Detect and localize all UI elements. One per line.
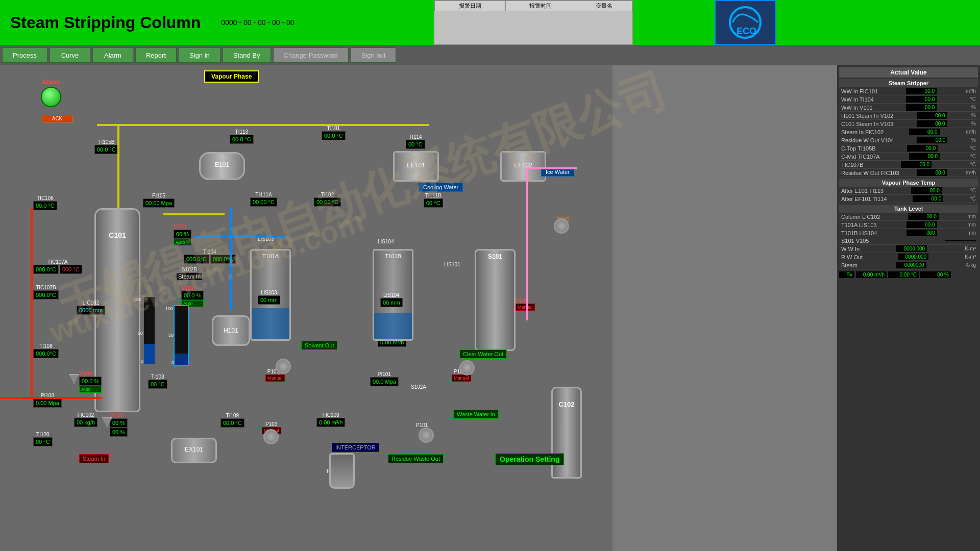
v101-group: V101 00 % Auto: [174, 223, 191, 246]
lis104-label: LIS104: [378, 239, 394, 244]
steam-in-bottom-label: Steam In: [79, 454, 109, 463]
p103-label: P103: [262, 421, 281, 427]
p103-pump: [263, 429, 279, 444]
v104-group: V104 00 % 00 %: [110, 412, 128, 437]
v103-mode[interactable]: Auto: [79, 386, 102, 393]
ti109-value: 00.0 °C: [220, 418, 244, 428]
pv-temp: 0.00 °C: [888, 271, 919, 278]
h101-label: H101: [213, 327, 249, 334]
v101-mode[interactable]: Auto: [174, 239, 191, 246]
v105-mode[interactable]: Manual: [516, 304, 535, 311]
fic103-group: FIC103 0.00 m³/h: [316, 412, 345, 427]
lis101-group: LIS101: [444, 262, 460, 267]
operation-setting-label: Operation Setting: [495, 453, 564, 465]
alarm-var-col: 变量名: [576, 1, 632, 11]
ti108-label: TI108: [33, 343, 59, 349]
lic102-label: LIC102: [77, 300, 105, 306]
lic102-gauge: 100 50 0: [174, 305, 189, 366]
nav-signin[interactable]: Sign in: [179, 47, 220, 63]
panel-row-fic101: WW In FIC101 00.0 m³/h: [839, 87, 978, 95]
panel-title: Actual Value: [839, 67, 978, 78]
p102b-mode[interactable]: Manual: [452, 374, 471, 382]
pipe-blue-v1: [230, 208, 232, 310]
steam-in-tag: Steam In: [176, 272, 203, 281]
ti104-value: 000.0°C: [184, 255, 209, 264]
v104-pct2: 00 %: [110, 428, 128, 437]
nav-changepwd[interactable]: Change Password: [273, 47, 349, 63]
eco-logo: ECO: [715, 0, 776, 45]
v103-pct: 00.0 %: [79, 377, 102, 386]
h101-vessel: H101: [212, 315, 250, 346]
pi108-value: 0.00 Mpa: [33, 398, 62, 408]
tic106-value: 00.0 °C: [33, 201, 57, 210]
panel-row-v101: WW In V101 00.0 %: [839, 104, 978, 112]
lis101-label: LIS101: [444, 262, 460, 267]
lic102-value: 0000 mm: [77, 306, 105, 315]
p106-vessel: [329, 453, 355, 489]
s102a-group: S102A: [411, 384, 426, 390]
fic103-value: 0.00 m³/h: [316, 418, 345, 427]
p102a-mode[interactable]: Manual: [265, 374, 285, 382]
panel-row-fic103: Residue W Out FIC103 00.0 m³/h: [839, 169, 978, 177]
s102b-label: S102B: [176, 267, 203, 272]
s102b-group: S102B Steam In: [176, 267, 203, 281]
ti102-label: TI102: [314, 192, 341, 197]
vapour-phase-label: Vapour Phase: [204, 70, 259, 83]
waste-water-in-label: Waste Water In: [453, 410, 499, 419]
lis104-group: LIS104: [378, 239, 394, 244]
pv-flow: 0.00 m³/h: [856, 271, 887, 278]
ti111a-group: TI111A 00.00 °C: [250, 192, 277, 207]
nav-curve[interactable]: Curve: [50, 47, 90, 63]
e101-label: E101: [201, 161, 243, 168]
t101b-label: T101B: [374, 253, 412, 259]
c101-level-gauge: 100 50 0: [143, 296, 156, 365]
ti105b-value: 00.0 °C: [94, 145, 118, 154]
s101-vessel: S101: [475, 249, 516, 351]
nav-standby[interactable]: Stand By: [223, 47, 271, 63]
tic107b-value: 000.0°C: [33, 290, 59, 299]
p102b-pump: [459, 360, 475, 375]
ti114-value: 00 °C: [406, 140, 425, 149]
pi105-label: PI105: [143, 193, 175, 198]
ack-button[interactable]: ACK: [42, 115, 72, 122]
v104-label: V104: [110, 412, 128, 418]
panel-row-lic102: Column LIC102 00.0 mm: [839, 213, 978, 221]
timestamp: 0000 - 00 - 00 - 00 - 00: [221, 18, 294, 27]
page-title: Steam Stripping Column: [10, 13, 201, 32]
pipe-yellow-c101-v: [117, 124, 119, 208]
panel-bottom-row: Pv 0.00 m³/h 0.00 °C 00 %: [839, 271, 978, 278]
ti113-label: TI113: [230, 129, 254, 135]
nav-alarm[interactable]: Alarm: [92, 47, 133, 63]
tic106-label: TIC106: [33, 195, 57, 201]
t101a-label: T101A: [252, 253, 289, 259]
ti109-label: TI109: [220, 413, 244, 418]
alarm-time-col: 报警时间: [505, 1, 576, 11]
ex101-label: EX101: [173, 446, 215, 453]
pipe-yellow-top-h: [97, 124, 429, 126]
residue-waste-out-label: Residue Waste Out: [388, 454, 444, 463]
ex101-vessel: EX101: [171, 438, 217, 463]
tic107a-value: 000.0°C: [33, 265, 59, 274]
pi101-value: 00.0 Mpa: [370, 377, 399, 386]
ef101-label: EF101: [395, 162, 437, 169]
tic106-group: TIC106 00.0 °C: [33, 195, 57, 210]
pv-label: Pv: [839, 271, 854, 278]
pipe-red-h1: [0, 397, 102, 399]
panel-row-residue-v104: Residue W Out V104 00.0 %: [839, 136, 978, 144]
nav-process[interactable]: Process: [2, 47, 47, 63]
solvent-out-label: Solvent Out: [301, 341, 337, 350]
pi101-group: PI101 00.0 Mpa: [370, 371, 399, 386]
ti111b-group: TI111B 00 °C: [424, 193, 443, 208]
fic102-group: FIC102 00 kg/h: [74, 412, 97, 427]
svg-text:ECO: ECO: [737, 26, 756, 36]
nav-signout[interactable]: Sign out: [351, 47, 397, 63]
pipe-pink-v: [526, 167, 528, 320]
ti114-label: TI114: [406, 134, 425, 140]
watermark2: wuxidelar.cn.1688.com: [45, 204, 369, 350]
pipe-blue-h1: [194, 236, 286, 238]
pi105-group: PI105 00.00 Mpa: [143, 193, 175, 208]
ti103-group: TI103 00 °C: [148, 374, 167, 389]
v102-pct: 00.0 %: [181, 291, 204, 300]
nav-report[interactable]: Report: [135, 47, 177, 63]
v103-label: V103: [79, 370, 102, 377]
